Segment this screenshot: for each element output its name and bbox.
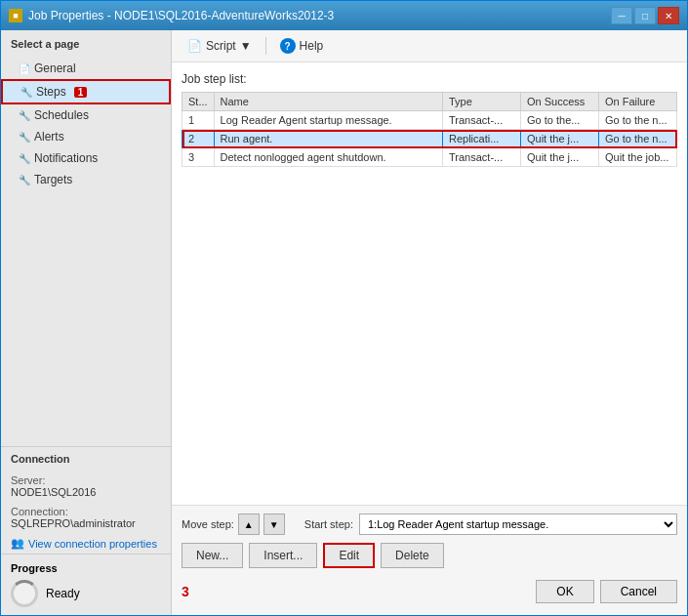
ok-cancel-row: OK Cancel — [536, 576, 677, 607]
close-button[interactable]: ✕ — [658, 7, 679, 24]
cell-name: Detect nonlogged agent shutdown. — [214, 148, 442, 167]
minimize-button[interactable]: ─ — [611, 7, 632, 24]
col-header-type: Type — [443, 93, 521, 111]
col-header-name: Name — [214, 93, 442, 111]
cell-name: Run agent. — [214, 130, 442, 148]
right-panel: 📄 Script ▼ ? Help Job step list: St... — [172, 30, 687, 615]
col-header-step: St... — [182, 93, 215, 111]
window-icon: ■ — [9, 9, 22, 22]
progress-header: Progress — [11, 562, 161, 574]
sidebar-item-targets[interactable]: 🔧 Targets — [1, 169, 171, 190]
start-step-dropdown[interactable]: 1:Log Reader Agent startup message. — [359, 513, 677, 535]
help-label: Help — [300, 39, 324, 53]
progress-content: Ready — [11, 580, 161, 607]
main-content: Select a page 📄 General 🔧 Steps 1 🔧 Sche… — [1, 30, 687, 615]
sidebar-item-label: Targets — [34, 173, 72, 186]
alerts-icon: 🔧 — [19, 132, 30, 143]
toolbar: 📄 Script ▼ ? Help — [172, 30, 687, 62]
server-value: NODE1\SQL2016 — [11, 486, 161, 498]
col-header-success: On Success — [521, 93, 599, 111]
job-step-table: St... Name Type On Success On Failure 1 … — [182, 92, 677, 167]
help-button[interactable]: ? Help — [274, 36, 330, 56]
cell-success: Quit the j... — [521, 130, 599, 148]
maximize-button[interactable]: □ — [634, 7, 656, 24]
move-step-label: Move step: — [182, 518, 234, 530]
badge-3: 3 — [182, 584, 199, 599]
edit-button[interactable]: Edit — [323, 543, 375, 568]
move-start-row: Move step: ▲ ▼ Start step: 1:Log Reader … — [182, 513, 677, 535]
sidebar-item-label: Notifications — [34, 151, 98, 165]
main-window: ■ Job Properties - NODE1\SQL2016-Adventu… — [0, 0, 688, 616]
sidebar-item-notifications[interactable]: 🔧 Notifications — [1, 147, 171, 169]
connection-label: Connection: — [11, 506, 161, 517]
sidebar-header: Select a page — [1, 30, 171, 58]
script-dropdown-icon: ▼ — [240, 39, 252, 53]
sidebar-item-label: General — [34, 62, 76, 75]
script-button[interactable]: 📄 Script ▼ — [182, 37, 258, 55]
cell-failure: Go to the n... — [599, 130, 677, 148]
sidebar: Select a page 📄 General 🔧 Steps 1 🔧 Sche… — [1, 30, 172, 615]
table-row[interactable]: 1 Log Reader Agent startup message. Tran… — [182, 111, 677, 130]
cell-success: Go to the... — [521, 111, 599, 130]
title-bar-left: ■ Job Properties - NODE1\SQL2016-Adventu… — [9, 9, 334, 22]
sidebar-item-label: Schedules — [34, 108, 89, 122]
insert-button[interactable]: Insert... — [249, 543, 317, 568]
sidebar-item-alerts[interactable]: 🔧 Alerts — [1, 126, 171, 147]
ok-button[interactable]: OK — [536, 580, 593, 603]
table-row[interactable]: 2 Run agent. Replicati... Quit the j... … — [182, 130, 677, 148]
sidebar-item-general[interactable]: 📄 General — [1, 58, 171, 79]
server-info: Server: NODE1\SQL2016 — [1, 471, 171, 502]
move-up-button[interactable]: ▲ — [238, 513, 260, 535]
title-buttons: ─ □ ✕ — [611, 7, 679, 24]
script-label: Script — [206, 39, 236, 53]
cell-step: 1 — [182, 111, 215, 130]
cancel-button[interactable]: Cancel — [600, 580, 677, 603]
targets-icon: 🔧 — [19, 175, 30, 185]
progress-section: Progress Ready — [1, 554, 171, 615]
notifications-icon: 🔧 — [19, 153, 30, 164]
connection-value: SQLREPRO\administrator — [11, 517, 161, 529]
cell-name: Log Reader Agent startup message. — [214, 111, 442, 130]
badge-1: 1 — [74, 87, 88, 98]
table-row[interactable]: 3 Detect nonlogged agent shutdown. Trans… — [182, 148, 677, 167]
connection-link-icon: 👥 — [11, 537, 24, 550]
new-button[interactable]: New... — [182, 543, 243, 568]
move-down-button[interactable]: ▼ — [263, 513, 285, 535]
server-label: Server: — [11, 474, 161, 486]
cell-step: 3 — [182, 148, 215, 167]
bottom-controls: Move step: ▲ ▼ Start step: 1:Log Reader … — [172, 505, 687, 615]
script-icon: 📄 — [187, 39, 202, 53]
sidebar-item-label: Steps — [36, 85, 66, 99]
schedules-icon: 🔧 — [19, 110, 30, 121]
cell-failure: Quit the job... — [599, 148, 677, 167]
delete-button[interactable]: Delete — [381, 543, 444, 568]
section-title: Job step list: — [182, 72, 677, 86]
view-connection-link[interactable]: 👥 View connection properties — [1, 533, 171, 554]
sidebar-item-steps[interactable]: 🔧 Steps 1 — [1, 79, 171, 104]
move-step-section: Move step: ▲ ▼ — [182, 513, 285, 535]
footer-row: 3 OK Cancel — [182, 576, 677, 607]
connection-link-label: View connection properties — [28, 538, 157, 550]
toolbar-separator — [265, 37, 266, 55]
start-step-label: Start step: — [304, 518, 353, 530]
sidebar-item-schedules[interactable]: 🔧 Schedules — [1, 104, 171, 126]
connection-info: Connection: SQLREPRO\administrator — [1, 502, 171, 533]
window-title: Job Properties - NODE1\SQL2016-Adventure… — [28, 9, 334, 22]
title-bar: ■ Job Properties - NODE1\SQL2016-Adventu… — [1, 1, 687, 30]
cell-step: 2 — [182, 130, 215, 148]
table-header: St... Name Type On Success On Failure — [182, 93, 677, 111]
general-icon: 📄 — [19, 63, 30, 74]
help-icon: ? — [280, 38, 296, 54]
cell-type: Replicati... — [443, 130, 521, 148]
cell-failure: Go to the n... — [599, 111, 677, 130]
connection-section: Connection — [1, 446, 171, 471]
content-area: Job step list: St... Name Type On Succes… — [172, 62, 687, 505]
steps-icon: 🔧 — [20, 87, 32, 98]
action-buttons: New... Insert... Edit Delete — [182, 543, 677, 568]
cell-success: Quit the j... — [521, 148, 599, 167]
table-body: 1 Log Reader Agent startup message. Tran… — [182, 111, 677, 167]
cell-type: Transact-... — [443, 148, 521, 167]
start-step-section: Start step: 1:Log Reader Agent startup m… — [304, 513, 677, 535]
sidebar-item-label: Alerts — [34, 130, 64, 144]
progress-status: Ready — [46, 587, 80, 600]
